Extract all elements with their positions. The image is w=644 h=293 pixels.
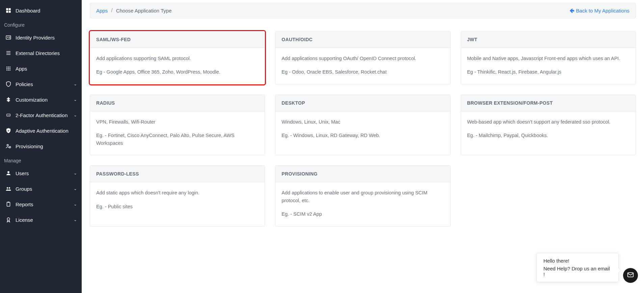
svg-text:123: 123 (7, 114, 10, 116)
sidebar-item-label: Identity Providers (16, 35, 55, 41)
card-saml-wsfed[interactable]: SAML/WS-FED Add applications supporting … (90, 31, 265, 84)
card-title: PROVISIONING (275, 166, 450, 182)
help-popover: Hello there! Need Help? Drop us an email… (536, 253, 619, 282)
sidebar-item-label: Reports (16, 202, 33, 207)
chevron-down-icon: ⌄ (74, 171, 77, 176)
back-to-applications-link[interactable]: 🡸 Back to My Applications (569, 8, 629, 14)
sidebar: Dashboard Configure Identity Providers E… (0, 0, 82, 293)
svg-point-24 (7, 171, 9, 173)
svg-rect-7 (9, 38, 10, 38)
svg-point-12 (8, 66, 9, 68)
card-title: RADIUS (90, 95, 265, 111)
svg-rect-3 (9, 11, 11, 13)
back-link-label: Back to My Applications (576, 8, 629, 14)
sidebar-item-label: Adaptive Authentication (16, 128, 69, 134)
award-icon (5, 216, 12, 223)
list-icon (5, 49, 12, 57)
svg-rect-27 (7, 202, 10, 206)
card-title: DESKTOP (275, 95, 450, 111)
card-examples: Eg. - Public sites (96, 203, 259, 210)
card-examples: Eg. - Mailchimp, Paypal, Quickbooks. (467, 132, 629, 139)
card-radius[interactable]: RADIUS VPN, Firewalls, Wifi-Router Eg. -… (90, 95, 265, 155)
shield-check-icon (5, 127, 12, 134)
card-provisioning[interactable]: PROVISIONING Add applications to enable … (275, 165, 450, 226)
sidebar-item-2fa[interactable]: 123 2-Factor Authentication ⌄ (0, 107, 82, 123)
svg-rect-1 (9, 8, 11, 10)
svg-point-5 (7, 37, 8, 38)
chevron-down-icon: ⌄ (74, 202, 77, 207)
card-description: Add applications supporting OAuth/ OpenI… (281, 55, 444, 62)
sidebar-item-label: Dashboard (16, 8, 40, 14)
card-password-less[interactable]: PASSWORD-LESS Add static apps which does… (90, 165, 265, 226)
card-desktop[interactable]: DESKTOP Windows, Linux, Unix, Mac Eg. - … (275, 95, 450, 155)
sidebar-item-label: Customization (16, 97, 48, 103)
card-description: VPN, Firewalls, Wifi-Router (96, 118, 259, 126)
sidebar-item-apps[interactable]: Apps (0, 61, 82, 76)
svg-rect-4 (6, 36, 11, 39)
card-description: Windows, Linux, Unix, Mac (281, 118, 444, 126)
chevron-down-icon: ⌄ (74, 217, 77, 222)
card-description: Add applications to enable user and grou… (281, 189, 444, 204)
clipboard-icon (5, 201, 12, 208)
svg-rect-10 (6, 54, 10, 55)
user-icon (5, 169, 12, 177)
card-description: Web-based app which doesn't support any … (467, 118, 629, 126)
breadcrumb-separator: / (111, 7, 112, 14)
sidebar-item-identity-providers[interactable]: Identity Providers (0, 30, 82, 45)
sidebar-item-adaptive-auth[interactable]: Adaptive Authentication (0, 123, 82, 138)
sidebar-item-policies[interactable]: Policies ⌄ (0, 76, 82, 92)
keypad-icon: 123 (5, 111, 12, 119)
id-card-icon (5, 34, 12, 41)
sidebar-item-provisioning[interactable]: Provisioning (0, 138, 82, 154)
sidebar-item-label: Apps (16, 66, 27, 72)
arrow-left-icon: 🡸 (569, 8, 574, 14)
help-popover-message: Need Help? Drop us an email ! (543, 266, 612, 277)
help-fab-button[interactable] (623, 268, 638, 283)
sidebar-item-reports[interactable]: Reports ⌄ (0, 196, 82, 212)
sidebar-item-label: 2-Factor Authentication (16, 112, 68, 118)
card-title: BROWSER EXTENSION/FORM-POST (461, 95, 636, 111)
app-type-grid: SAML/WS-FED Add applications supporting … (90, 31, 636, 240)
groups-icon (5, 185, 12, 192)
apps-icon (5, 65, 12, 72)
svg-point-29 (7, 218, 10, 220)
svg-point-26 (9, 187, 10, 189)
chevron-down-icon: ⌄ (74, 113, 77, 117)
sidebar-item-groups[interactable]: Groups ⌄ (0, 181, 82, 196)
sidebar-item-dashboard[interactable]: Dashboard (0, 3, 82, 18)
card-description: Add static apps which doesn't require an… (96, 189, 259, 196)
svg-point-11 (6, 66, 7, 68)
sidebar-item-label: Groups (16, 186, 32, 192)
mail-icon (627, 271, 634, 280)
svg-rect-0 (6, 8, 8, 10)
card-examples: Eg. - SCIM v2 App (281, 210, 444, 218)
card-title: OAUTH/OIDC (275, 31, 450, 48)
svg-rect-2 (6, 11, 8, 13)
svg-point-15 (8, 68, 9, 69)
dashboard-icon (5, 7, 12, 14)
card-description: Mobile and Native apps, Javascript Front… (467, 55, 629, 62)
sidebar-item-label: License (16, 217, 33, 223)
card-title: PASSWORD-LESS (90, 166, 265, 182)
svg-point-17 (6, 70, 7, 71)
card-description: Add applications supporting SAML protoco… (96, 55, 259, 62)
sidebar-item-users[interactable]: Users ⌄ (0, 165, 82, 181)
puzzle-icon (5, 96, 12, 103)
sidebar-item-license[interactable]: License ⌄ (0, 212, 82, 228)
card-examples: Eg - Odoo, Oracle EBS, Salesforce, Rocke… (281, 68, 444, 76)
help-popover-greeting: Hello there! (543, 258, 612, 264)
svg-rect-8 (6, 51, 10, 52)
card-browser-extension[interactable]: BROWSER EXTENSION/FORM-POST Web-based ap… (461, 95, 636, 155)
sidebar-item-customization[interactable]: Customization ⌄ (0, 92, 82, 107)
card-examples: Eg. - Windows, Linux, RD Gateway, RD Web… (281, 132, 444, 139)
svg-rect-28 (8, 202, 9, 203)
chevron-down-icon: ⌄ (74, 97, 77, 102)
breadcrumb-apps-link[interactable]: Apps (96, 8, 108, 14)
users-cog-icon (5, 142, 12, 150)
chevron-down-icon: ⌄ (74, 186, 77, 191)
card-jwt[interactable]: JWT Mobile and Native apps, Javascript F… (461, 31, 636, 84)
svg-rect-6 (9, 37, 10, 37)
card-oauth-oidc[interactable]: OAUTH/OIDC Add applications supporting O… (275, 31, 450, 84)
svg-rect-9 (6, 53, 10, 53)
sidebar-item-external-directories[interactable]: External Directories (0, 45, 82, 61)
